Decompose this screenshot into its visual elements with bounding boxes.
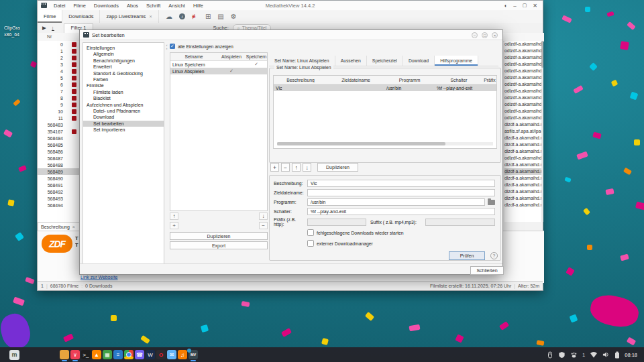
tree-item-blacklist[interactable]: Blacklist — [83, 95, 164, 101]
taskbar-files-icon[interactable] — [60, 350, 69, 359]
tab-beschreibung[interactable]: Beschreibung × — [38, 222, 80, 231]
theme-toggle-icon[interactable]: ◐ — [504, 3, 507, 9]
film-url-cell[interactable]: dlzdf-a.akamaihd.net/nx — [504, 162, 541, 168]
tree-item-filmliste[interactable]: Filmliste — [83, 82, 164, 88]
col-abspielen[interactable]: Abspielen — [217, 54, 246, 59]
film-url-cell[interactable]: odlzdf-a.akamaihd.net/ — [504, 155, 541, 162]
tree-item-set-importieren[interactable]: Set importieren — [83, 127, 164, 133]
detail-tab-speicherziel[interactable]: Speicherziel — [367, 56, 403, 66]
external-downloadmanager-checkbox[interactable]: externer Downloadmanager — [307, 240, 373, 247]
view-tab-downloads[interactable]: Downloads — [62, 10, 100, 23]
desktop-icon-label[interactable]: ClipGra x86_64 — [4, 25, 36, 38]
film-url-cell[interactable]: dlzdf-a.akamaihd.net/nx — [504, 195, 541, 202]
tree-item-farben[interactable]: Farben — [83, 76, 164, 82]
shield-icon[interactable] — [558, 351, 566, 359]
prog-col-zieldateiname[interactable]: Zieldateiname — [327, 78, 384, 82]
remove-set-button[interactable]: − — [259, 222, 268, 229]
paw-icon[interactable] — [570, 351, 578, 359]
film-url-cell[interactable]: odlzdf-a.akamaihd.net/ — [504, 41, 541, 48]
clock[interactable]: 08:18 — [625, 352, 637, 358]
menu-abos[interactable]: Abos — [123, 3, 142, 9]
taskbar-libreoffice-calc-icon[interactable]: ▦ — [103, 350, 112, 359]
move-down-button[interactable]: ↓ — [259, 213, 268, 220]
tree-item-benachrichtigungen[interactable]: Benachrichtigungen — [83, 58, 164, 64]
col-setname[interactable]: Setname — [170, 54, 217, 59]
settings-tree[interactable]: EinstellungenAllgemeinBenachrichtigungen… — [83, 42, 164, 264]
tree-item-datei-und-pfadnamen[interactable]: Datei- und Pfadnamen — [83, 108, 164, 114]
dialog-titlebar[interactable]: Set bearbeiten – □ × — [80, 30, 502, 40]
play-icon[interactable]: ▶ — [42, 25, 46, 31]
zieldateiname-field[interactable] — [307, 189, 495, 196]
battery-icon[interactable] — [614, 351, 620, 359]
prog-col-beschreibung[interactable]: Beschreibung — [274, 78, 327, 82]
set-row[interactable]: Linux Abspielen✓ — [170, 68, 267, 74]
view-tab-filme[interactable]: Filme — [38, 10, 62, 23]
close-icon[interactable]: × — [72, 225, 75, 229]
input-device-icon[interactable] — [547, 351, 553, 359]
remove-program-button[interactable]: − — [281, 163, 290, 172]
volume-icon[interactable] — [602, 351, 610, 358]
film-list-icon[interactable]: ▤ — [217, 13, 223, 20]
film-url-cell[interactable]: dlzdf-a.akamaihd.net/nx — [504, 202, 541, 208]
film-url-cell[interactable]: odlzdf-a.akamaihd.net/ — [504, 54, 541, 61]
program-down-button[interactable]: ↓ — [303, 163, 311, 172]
folder-browse-icon[interactable] — [488, 200, 495, 205]
tree-item-einstellungen[interactable]: Einstellungen — [83, 45, 164, 51]
schalter-field[interactable]: %f --play-and-exit — [307, 208, 495, 215]
tree-item-set-bearbeiten[interactable]: Set bearbeiten — [83, 121, 164, 127]
pruefen-button[interactable]: Prüfen — [449, 251, 485, 260]
taskbar-terminal-icon[interactable]: >_ — [81, 350, 91, 359]
taskbar-mediathekview-icon[interactable]: MV — [189, 350, 198, 359]
film-url-cell[interactable]: odlzdf-a.akamaihd.net/ — [504, 101, 541, 108]
duplicate-program-button[interactable]: Duplizieren — [317, 163, 358, 172]
film-url-cell[interactable]: dlzdf-a.akamaihd.net/nx — [504, 121, 541, 128]
taskbar-mail-icon[interactable]: ✉ — [167, 350, 176, 359]
menu-datei[interactable]: Datei — [50, 3, 70, 9]
schliessen-button[interactable]: Schließen — [470, 266, 504, 275]
settings-gear-icon[interactable]: ⚙ — [231, 13, 237, 20]
minimize-button[interactable]: – — [513, 3, 516, 9]
programs-table-hscrollbar[interactable] — [277, 142, 493, 145]
dialog-close-button[interactable]: × — [492, 32, 498, 38]
film-url-cell[interactable]: odlzdf-a.akamaihd.net/ — [504, 115, 541, 121]
menu-hilfe[interactable]: Hilfe — [189, 3, 207, 9]
taskbar-opera-icon[interactable]: O — [156, 350, 166, 359]
film-url-cell[interactable]: odlzdf-a.akamaihd.net/ — [504, 74, 541, 81]
sets-table[interactable]: Setname Abspielen Speichern Linux Speich… — [170, 52, 268, 211]
cloud-download-icon[interactable]: ☁ — [166, 13, 172, 20]
menu-ansicht[interactable]: Ansicht — [164, 3, 189, 9]
film-url-cell[interactable]: odlzdf-a.akamaihd.net/ — [504, 108, 541, 115]
prog-col-programm[interactable]: Programm — [384, 78, 435, 82]
film-url-cell[interactable]: dlzdf-a.akamaihd.net/nx — [504, 188, 541, 195]
add-program-button[interactable]: + — [270, 163, 279, 172]
taskbar-wire-icon[interactable]: W — [146, 350, 155, 359]
media-grid-icon[interactable]: ⊞ — [205, 13, 211, 20]
film-url-cell[interactable]: dlzdf-a.akamaihd.net/nx — [504, 135, 541, 141]
close-button[interactable]: ✕ — [533, 3, 537, 9]
dialog-maximize-button[interactable]: □ — [482, 32, 488, 38]
move-up-button[interactable]: ↑ — [170, 213, 178, 220]
detail-tab-hilfsprogramme[interactable]: Hilfsprogramme — [435, 56, 478, 66]
workspace-count[interactable]: 1 — [582, 352, 585, 358]
export-set-button[interactable]: Export — [170, 241, 268, 249]
menu-filme[interactable]: Filme — [70, 3, 90, 9]
splitter-toggle-icon[interactable]: ‹› — [165, 44, 168, 50]
menu-downloads[interactable]: Downloads — [90, 3, 123, 9]
film-url-cell[interactable]: odlzdf-a.akamaihd.net/ — [504, 88, 541, 95]
film-table-scrollbar[interactable] — [541, 41, 543, 222]
taskbar-viber-icon[interactable]: ☎ — [135, 350, 144, 359]
close-icon[interactable]: × — [149, 13, 152, 19]
duplicate-set-button[interactable]: Duplizieren — [170, 232, 268, 240]
film-url-cell[interactable]: dlzdf-a.akamaihd.net/nx — [504, 182, 541, 188]
film-url-column[interactable]: odlzdf-a.akamaihd.net/odlzdf-a.akamaihd.… — [504, 41, 541, 222]
tree-item-download[interactable]: Download — [83, 114, 164, 120]
film-url-cell[interactable]: dlzdf-a.akamaihd.net/nx — [504, 148, 541, 155]
help-icon[interactable]: ? — [490, 252, 498, 259]
network-signal-icon[interactable] — [590, 351, 598, 358]
col-speichern[interactable]: Speichern — [246, 54, 267, 59]
film-url-cell[interactable]: asfiis.sf.apa.at/ipad/cn — [504, 128, 541, 135]
film-url-cell[interactable]: odlzdf-a.akamaihd.net/ — [504, 48, 541, 54]
taskbar-pocket-icon[interactable]: ∨ — [70, 350, 80, 359]
film-url-cell[interactable]: dlzdf-a.akamaihd.net/nx — [504, 168, 541, 175]
maximize-button[interactable]: ▢ — [523, 3, 527, 8]
